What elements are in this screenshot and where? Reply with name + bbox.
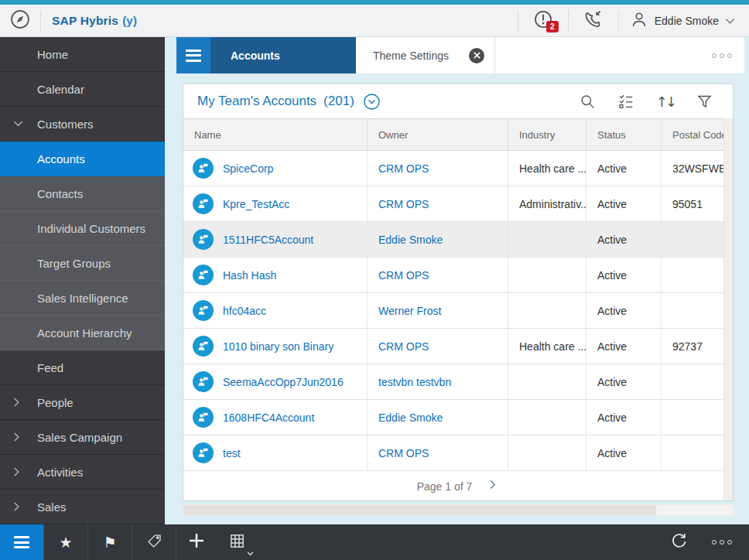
account-name-link[interactable]: 1608HFC4Account bbox=[223, 411, 314, 424]
navigator-button[interactable] bbox=[0, 9, 40, 33]
next-page-button[interactable] bbox=[486, 478, 499, 494]
table-row[interactable]: 1010 binary son Binary CRM OPS Health ca… bbox=[183, 329, 733, 364]
account-name-link[interactable]: 1010 binary son Binary bbox=[223, 340, 333, 353]
chevron-down-icon bbox=[725, 14, 735, 28]
notifications-button[interactable]: 2 bbox=[518, 5, 568, 36]
notification-badge: 2 bbox=[546, 21, 559, 32]
multiselect-icon[interactable] bbox=[617, 93, 634, 110]
flag-button[interactable]: ⚑ bbox=[88, 524, 132, 560]
sort-icon[interactable]: ↑↓ bbox=[656, 94, 675, 110]
table-row[interactable]: Hash Hash CRM OPS Active bbox=[183, 258, 733, 293]
tab-menu-button[interactable] bbox=[176, 37, 210, 73]
status-cell: Active bbox=[586, 364, 661, 399]
horizontal-scrollbar-track[interactable] bbox=[183, 504, 734, 516]
user-menu[interactable]: Eddie Smoke bbox=[619, 5, 749, 36]
postal-cell bbox=[661, 435, 733, 470]
sidebar-item-sales-intelligence[interactable]: Sales Intelligence bbox=[0, 281, 165, 316]
table-row[interactable]: SeemaAccOpp7Jun2016 testvbn testvbn Acti… bbox=[183, 364, 733, 400]
person-icon bbox=[630, 10, 648, 32]
owner-link[interactable]: CRM OPS bbox=[378, 340, 429, 353]
sidebar-item-target-groups[interactable]: Target Groups bbox=[0, 246, 165, 281]
sidebar-item-home[interactable]: Home bbox=[0, 37, 165, 72]
search-icon[interactable] bbox=[580, 94, 596, 110]
sidebar-item-activities[interactable]: Activities bbox=[0, 455, 165, 490]
favorites-button[interactable]: ★ bbox=[44, 524, 88, 560]
postal-cell: 32WSFWEI bbox=[661, 151, 733, 186]
sidebar-item-calendar[interactable]: Calendar bbox=[0, 72, 165, 107]
postal-cell bbox=[661, 258, 733, 292]
horizontal-scrollbar-thumb[interactable] bbox=[183, 505, 656, 515]
sidebar-item-accounts[interactable]: Accounts bbox=[0, 142, 165, 176]
column-header-postal-code[interactable]: Postal Code bbox=[661, 119, 733, 150]
list-count: (201) bbox=[323, 94, 354, 109]
account-icon bbox=[193, 300, 214, 321]
tab-label: Theme Settings bbox=[373, 50, 449, 62]
filter-icon[interactable] bbox=[696, 94, 713, 110]
table-row[interactable]: test CRM OPS Active bbox=[183, 435, 733, 471]
sidebar-item-label: Sales Campaign bbox=[37, 431, 122, 444]
accounts-list-panel: My Team's Accounts (201) bbox=[183, 84, 734, 501]
list-title[interactable]: My Team's Accounts bbox=[197, 94, 316, 109]
table-row[interactable]: hfc04acc Werner Frost Active bbox=[183, 293, 733, 329]
create-button[interactable] bbox=[176, 524, 217, 560]
owner-link[interactable]: testvbn testvbn bbox=[378, 376, 451, 388]
owner-link[interactable]: Eddie Smoke bbox=[378, 411, 443, 424]
table-row[interactable]: 1511HFC5Account Eddie Smoke Active bbox=[183, 222, 733, 258]
sidebar-item-sales[interactable]: Sales bbox=[0, 490, 165, 524]
menu-button[interactable] bbox=[0, 524, 44, 560]
tag-button[interactable] bbox=[132, 524, 176, 560]
flag-icon: ⚑ bbox=[103, 534, 116, 551]
column-header-status[interactable]: Status bbox=[586, 119, 661, 150]
account-icon bbox=[193, 371, 214, 392]
tab-bar-filler bbox=[495, 37, 744, 73]
close-icon[interactable] bbox=[469, 48, 484, 63]
account-name-link[interactable]: hfc04acc bbox=[223, 305, 266, 317]
account-name-link[interactable]: Kpre_TestAcc bbox=[223, 198, 289, 210]
sidebar-item-people[interactable]: People bbox=[0, 385, 165, 420]
list-toolbar: My Team's Accounts (201) bbox=[183, 84, 733, 118]
column-header-industry[interactable]: Industry bbox=[508, 119, 586, 150]
owner-link[interactable]: Eddie Smoke bbox=[378, 234, 443, 246]
account-name-link[interactable]: 1511HFC5Account bbox=[223, 234, 313, 246]
sidebar-item-label: Accounts bbox=[37, 152, 85, 166]
list-toolbar-icons: ↑↓ bbox=[580, 93, 719, 110]
sidebar-item-feed[interactable]: Feed bbox=[0, 350, 165, 385]
owner-link[interactable]: Werner Frost bbox=[378, 305, 441, 317]
sidebar-item-label: Sales bbox=[37, 500, 67, 514]
refresh-icon[interactable] bbox=[669, 531, 689, 554]
sidebar-item-customers[interactable]: Customers bbox=[0, 107, 165, 142]
owner-link[interactable]: CRM OPS bbox=[378, 162, 429, 175]
tab-overflow-icon[interactable] bbox=[712, 53, 732, 58]
phone-incoming-icon bbox=[583, 9, 604, 32]
owner-link[interactable]: CRM OPS bbox=[378, 198, 429, 210]
toolbar-overflow-icon[interactable] bbox=[712, 540, 732, 545]
postal-cell bbox=[661, 364, 733, 399]
column-header-name[interactable]: Name bbox=[183, 119, 367, 150]
plus-icon bbox=[187, 531, 206, 553]
account-name-link[interactable]: SeemaAccOpp7Jun2016 bbox=[223, 376, 344, 388]
sidebar-item-label: Home bbox=[37, 48, 68, 61]
sidebar-item-individual-customers[interactable]: Individual Customers bbox=[0, 211, 165, 246]
tab-theme-settings[interactable]: Theme Settings bbox=[356, 37, 495, 73]
sidebar-item-contacts[interactable]: Contacts bbox=[0, 176, 165, 211]
compass-icon bbox=[9, 9, 31, 33]
sidebar-item-account-hierarchy[interactable]: Account Hierarchy bbox=[0, 316, 165, 350]
hybris-logo-mark: (y) bbox=[122, 14, 137, 27]
tab-accounts[interactable]: Accounts bbox=[210, 37, 356, 73]
incoming-call-button[interactable] bbox=[569, 5, 618, 36]
postal-cell: 92737 bbox=[661, 329, 733, 364]
expand-circle-icon[interactable] bbox=[363, 93, 381, 111]
vertical-scrollbar[interactable] bbox=[723, 118, 733, 500]
table-row[interactable]: Kpre_TestAcc CRM OPS Administrativ... Ac… bbox=[183, 186, 733, 222]
account-name-link[interactable]: SpiceCorp bbox=[223, 162, 273, 175]
column-header-owner[interactable]: Owner bbox=[367, 119, 508, 150]
table-header-row: Name Owner Industry Status Postal Code bbox=[183, 118, 733, 151]
table-row[interactable]: SpiceCorp CRM OPS Health care ... Active… bbox=[183, 151, 733, 186]
sidebar-item-sales-campaign[interactable]: Sales Campaign bbox=[0, 420, 165, 455]
account-name-link[interactable]: Hash Hash bbox=[223, 269, 276, 282]
table-row[interactable]: 1608HFC4Account Eddie Smoke Active bbox=[183, 400, 733, 435]
owner-link[interactable]: CRM OPS bbox=[378, 447, 429, 459]
table-view-button[interactable] bbox=[217, 524, 257, 560]
account-name-link[interactable]: test bbox=[223, 447, 241, 459]
owner-link[interactable]: CRM OPS bbox=[378, 269, 429, 282]
